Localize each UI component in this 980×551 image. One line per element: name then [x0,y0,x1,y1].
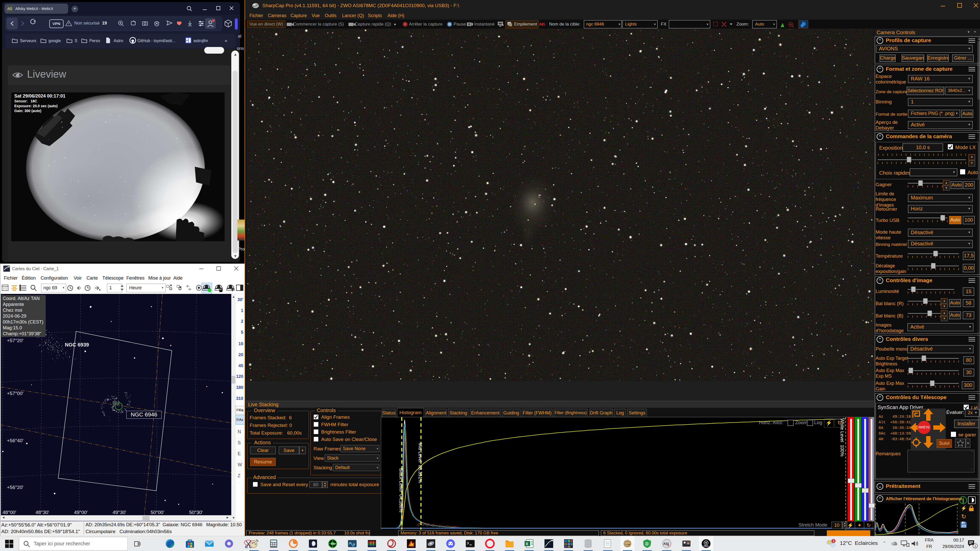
svg-text:1: 1 [833,539,835,543]
svg-text:1: 1 [974,544,976,548]
svg-text:PHD: PHD [331,543,336,545]
svg-text:D: D [645,541,648,546]
svg-text:X: X [526,541,528,546]
svg-text:4: 4 [667,543,669,547]
svg-text:a: a [510,24,512,26]
svg-text:PRO: PRO [703,545,709,548]
